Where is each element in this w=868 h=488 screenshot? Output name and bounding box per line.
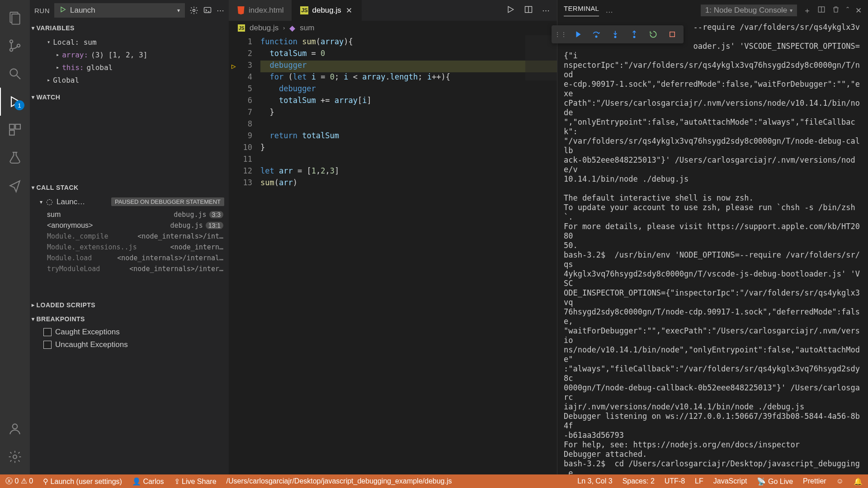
go-live[interactable]: 📡 Go Live bbox=[757, 477, 793, 486]
accounts-icon[interactable] bbox=[0, 415, 30, 443]
language-mode[interactable]: JavaScript bbox=[713, 477, 747, 485]
stack-frame[interactable]: Module._compile<node_internals>/int… bbox=[30, 231, 229, 242]
symbol-method-icon: ◆ bbox=[289, 23, 295, 33]
svg-rect-6 bbox=[9, 124, 14, 129]
cursor-position[interactable]: Ln 3, Col 3 bbox=[577, 477, 612, 485]
stop-button[interactable] bbox=[664, 27, 681, 42]
more-icon[interactable]: ⋯ bbox=[542, 6, 550, 15]
eol[interactable]: LF bbox=[695, 477, 703, 485]
variable-this[interactable]: ▸ this: global bbox=[30, 61, 229, 74]
gutter: 123▷45678910111213 bbox=[229, 35, 260, 474]
variables-section: ▾ VARIABLES ▾ Local: sum ▸ array: (3) [1… bbox=[30, 21, 229, 90]
split-terminal-icon[interactable] bbox=[817, 5, 826, 16]
step-over-button[interactable] bbox=[588, 27, 605, 42]
editor-area: index.html JS debug.js ✕ ⋯ JS debug.js ›… bbox=[229, 0, 557, 474]
liveshare-indicator[interactable]: ⇪ Live Share bbox=[174, 477, 217, 486]
run-debug-icon[interactable]: 1 bbox=[0, 88, 30, 116]
person-indicator[interactable]: 👤 Carlos bbox=[132, 477, 164, 486]
watch-section: ▾ WATCH bbox=[30, 90, 229, 180]
split-editor-icon[interactable] bbox=[524, 5, 533, 16]
extensions-icon[interactable] bbox=[0, 116, 30, 144]
source-control-icon[interactable] bbox=[0, 32, 30, 60]
svg-point-16 bbox=[614, 36, 616, 38]
debug-toolbar[interactable]: ⋮⋮ bbox=[552, 25, 684, 43]
feedback-icon[interactable]: ☺ bbox=[836, 477, 844, 485]
debug-console-icon[interactable] bbox=[203, 6, 212, 15]
tab-debug-js[interactable]: JS debug.js ✕ bbox=[292, 0, 361, 21]
terminal-panel: TERMINAL … 1: Node Debug Console ▾ ＋ ˆ ✕… bbox=[557, 0, 868, 474]
continue-button[interactable] bbox=[569, 27, 586, 42]
share-icon[interactable] bbox=[0, 172, 30, 200]
svg-point-9 bbox=[13, 424, 18, 429]
launch-config-select[interactable]: Launch ▾ bbox=[54, 3, 185, 18]
checkbox[interactable] bbox=[43, 341, 52, 349]
variable-array[interactable]: ▸ array: (3) [1, 2, 3] bbox=[30, 48, 229, 61]
callstack-section: ▾ CALL STACK ▾ ◌ Launc… PAUSED ON DEBUGG… bbox=[30, 180, 229, 298]
spinner-icon: ◌ bbox=[46, 197, 53, 206]
checkbox[interactable] bbox=[43, 328, 52, 336]
maximize-icon[interactable]: ˆ bbox=[846, 6, 849, 15]
close-icon[interactable]: ✕ bbox=[345, 6, 353, 15]
callstack-header[interactable]: ▾ CALL STACK bbox=[30, 181, 229, 194]
file-path[interactable]: /Users/carlosgarciajr/Desktop/javascript… bbox=[226, 477, 452, 485]
more-icon[interactable]: ⋯ bbox=[217, 6, 224, 15]
launch-indicator[interactable]: ⚲ Launch (user settings) bbox=[43, 477, 122, 486]
prettier[interactable]: Prettier bbox=[803, 477, 826, 485]
encoding[interactable]: UTF-8 bbox=[665, 477, 685, 485]
svg-point-17 bbox=[633, 36, 635, 38]
more-icon[interactable]: … bbox=[605, 6, 613, 15]
stack-frame[interactable]: Module._extensions..js<node_intern… bbox=[30, 242, 229, 253]
chevron-down-icon: ▾ bbox=[177, 7, 180, 14]
step-out-button[interactable] bbox=[626, 27, 643, 42]
restart-button[interactable] bbox=[645, 27, 662, 42]
tab-index-html[interactable]: index.html bbox=[229, 0, 292, 21]
breadcrumb[interactable]: JS debug.js › ◆ sum bbox=[229, 21, 557, 35]
loaded-scripts-header[interactable]: ▸ LOADED SCRIPTS bbox=[30, 298, 229, 312]
step-into-button[interactable] bbox=[607, 27, 624, 42]
errors-indicator[interactable]: ⓧ 0 ⚠ 0 bbox=[5, 477, 33, 486]
variables-header[interactable]: ▾ VARIABLES bbox=[30, 21, 229, 35]
trash-icon[interactable] bbox=[832, 5, 840, 16]
test-icon[interactable] bbox=[0, 144, 30, 172]
new-terminal-icon[interactable]: ＋ bbox=[803, 5, 811, 16]
stack-frame[interactable]: <anonymous>debug.js13:1 bbox=[30, 220, 229, 231]
svg-rect-7 bbox=[15, 124, 20, 129]
close-panel-icon[interactable]: ✕ bbox=[855, 6, 862, 15]
terminal-tab[interactable]: TERMINAL bbox=[564, 5, 599, 16]
thread-row[interactable]: ▾ ◌ Launc… PAUSED ON DEBUGGER STATEMENT bbox=[30, 194, 229, 209]
explorer-icon[interactable] bbox=[0, 4, 30, 32]
chevron-right-icon: ▸ bbox=[32, 302, 35, 308]
debug-badge: 1 bbox=[14, 100, 24, 110]
search-icon[interactable] bbox=[0, 60, 30, 88]
indentation[interactable]: Spaces: 2 bbox=[623, 477, 655, 485]
chevron-down-icon: ▾ bbox=[32, 94, 35, 100]
run-header: RUN Launch ▾ ⋯ bbox=[30, 0, 229, 21]
bell-icon[interactable]: 🔔 bbox=[854, 477, 863, 486]
stack-frame[interactable]: Module.load<node_internals>/internal… bbox=[30, 253, 229, 263]
stack-frame[interactable]: sumdebug.js3:3 bbox=[30, 209, 229, 220]
loaded-scripts-section: ▸ LOADED SCRIPTS bbox=[30, 298, 229, 312]
watch-header[interactable]: ▾ WATCH bbox=[30, 90, 229, 104]
editor-body[interactable]: 123▷45678910111213 function sum(array){ … bbox=[229, 35, 557, 474]
scope-row[interactable]: ▾ Local: sum bbox=[30, 36, 229, 48]
terminal-output[interactable]: --require /var/folders/sr/qs4ykglx3vq0 o… bbox=[557, 21, 868, 474]
caught-exceptions-row[interactable]: Caught Exceptions bbox=[30, 326, 229, 338]
terminal-select[interactable]: 1: Node Debug Console ▾ bbox=[701, 5, 797, 16]
tab-strip: index.html JS debug.js ✕ ⋯ bbox=[229, 0, 557, 21]
svg-point-5 bbox=[10, 69, 17, 76]
gear-icon[interactable] bbox=[189, 6, 198, 15]
launch-config-label: Launch bbox=[70, 6, 95, 15]
breakpoints-header[interactable]: ▾ BREAKPOINTS bbox=[30, 312, 229, 326]
code[interactable]: function sum(array){ totalSum = 0 debugg… bbox=[260, 35, 557, 474]
settings-gear-icon[interactable] bbox=[0, 443, 30, 471]
stack-frame[interactable]: tryModuleLoad<node_internals>/inter… bbox=[30, 263, 229, 274]
uncaught-exceptions-row[interactable]: Uncaught Exceptions bbox=[30, 338, 229, 351]
scope-global[interactable]: ▸ Global bbox=[30, 74, 229, 86]
terminal-tabs: TERMINAL … 1: Node Debug Console ▾ ＋ ˆ ✕ bbox=[557, 0, 868, 21]
drag-handle-icon[interactable]: ⋮⋮ bbox=[554, 31, 567, 38]
status-bar: ⓧ 0 ⚠ 0 ⚲ Launch (user settings) 👤 Carlo… bbox=[0, 474, 868, 488]
run-icon[interactable] bbox=[506, 5, 515, 16]
chevron-down-icon: ▾ bbox=[32, 184, 35, 191]
breakpoints-section: ▾ BREAKPOINTS Caught Exceptions Uncaught… bbox=[30, 312, 229, 351]
debug-side-panel: RUN Launch ▾ ⋯ ▾ VARIABLES bbox=[30, 0, 229, 474]
